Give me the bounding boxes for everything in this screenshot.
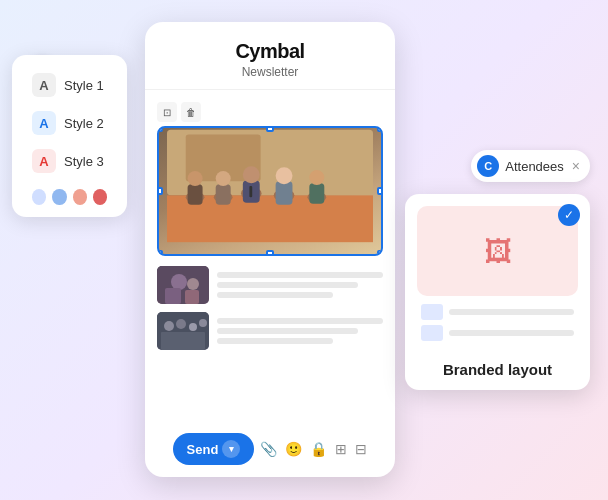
bottom-icons: 📎 🙂 🔒 ⊞ ⊟ bbox=[260, 441, 367, 457]
sel-handle-lm[interactable] bbox=[157, 187, 163, 195]
svg-point-14 bbox=[276, 167, 293, 184]
send-label: Send bbox=[187, 442, 219, 457]
svg-rect-7 bbox=[216, 184, 231, 205]
email-panel: Cymbal Newsletter ⊡ 🗑 bbox=[145, 22, 395, 477]
color-swatch-2[interactable] bbox=[52, 189, 66, 205]
email-brand: Cymbal bbox=[161, 40, 379, 63]
color-swatches bbox=[24, 181, 115, 205]
svg-rect-21 bbox=[165, 288, 181, 304]
chip-label: Attendees bbox=[505, 159, 564, 174]
text-line-6 bbox=[217, 338, 333, 344]
right-panel: C Attendees × 🖼 Branded layout ✓ bbox=[405, 150, 590, 390]
sel-handle-rm[interactable] bbox=[377, 187, 383, 195]
sel-handle-tr[interactable] bbox=[377, 126, 383, 132]
svg-point-28 bbox=[189, 323, 197, 331]
main-image-container bbox=[157, 126, 383, 256]
svg-point-20 bbox=[171, 274, 187, 290]
brand-preview: 🖼 bbox=[417, 206, 578, 296]
style-name-1: Style 1 bbox=[64, 78, 104, 93]
sel-handle-tl[interactable] bbox=[157, 126, 163, 132]
thumbnail-1[interactable] bbox=[157, 266, 209, 304]
attendees-chip[interactable]: C Attendees × bbox=[471, 150, 590, 182]
sel-handle-bl[interactable] bbox=[157, 250, 163, 256]
main-image[interactable] bbox=[157, 126, 383, 256]
text-line-1 bbox=[217, 272, 383, 278]
brand-text-2 bbox=[449, 330, 574, 336]
image-tool-1[interactable]: ⊡ bbox=[157, 102, 177, 122]
email-body: ⊡ 🗑 bbox=[145, 90, 395, 370]
branded-layout-card[interactable]: 🖼 Branded layout ✓ bbox=[405, 194, 590, 390]
style-letter-3: A bbox=[32, 149, 56, 173]
emoji-icon[interactable]: 🙂 bbox=[285, 441, 302, 457]
sel-handle-bm[interactable] bbox=[266, 250, 274, 256]
svg-rect-4 bbox=[188, 184, 203, 205]
svg-rect-16 bbox=[309, 183, 324, 204]
grid-icon[interactable]: ⊞ bbox=[335, 441, 347, 457]
brand-lines bbox=[417, 304, 578, 341]
thumb-img-2 bbox=[157, 312, 209, 350]
style-item-2[interactable]: A Style 2 bbox=[24, 105, 115, 141]
thumb-lines-2 bbox=[217, 318, 383, 344]
svg-point-11 bbox=[243, 166, 260, 183]
bottom-toolbar: Send ▾ 📎 🙂 🔒 ⊞ ⊟ bbox=[145, 433, 395, 465]
send-button[interactable]: Send ▾ bbox=[173, 433, 255, 465]
sel-handle-tm[interactable] bbox=[266, 126, 274, 132]
thumbnail-2[interactable] bbox=[157, 312, 209, 350]
svg-point-29 bbox=[199, 319, 207, 327]
svg-rect-25 bbox=[161, 332, 205, 350]
image-toolbar: ⊡ 🗑 bbox=[157, 102, 383, 122]
text-line-5 bbox=[217, 328, 358, 334]
color-swatch-1[interactable] bbox=[32, 189, 46, 205]
brand-text-1 bbox=[449, 309, 574, 315]
chip-avatar-letter: C bbox=[484, 160, 492, 172]
thumb-row-1 bbox=[157, 266, 383, 304]
svg-point-5 bbox=[188, 171, 203, 186]
layout-icon[interactable]: ⊟ bbox=[355, 441, 367, 457]
style-letter-2: A bbox=[32, 111, 56, 135]
svg-rect-13 bbox=[276, 181, 293, 204]
style-panel: A Style 1 A Style 2 A Style 3 bbox=[12, 55, 127, 217]
svg-rect-18 bbox=[249, 186, 252, 197]
text-line-4 bbox=[217, 318, 383, 324]
brand-thumb-2 bbox=[421, 325, 443, 341]
lock-icon[interactable]: 🔒 bbox=[310, 441, 327, 457]
style-name-2: Style 2 bbox=[64, 116, 104, 131]
color-swatch-4[interactable] bbox=[93, 189, 107, 205]
svg-point-8 bbox=[216, 171, 231, 186]
text-line-3 bbox=[217, 292, 333, 298]
thumb-img-1 bbox=[157, 266, 209, 304]
svg-point-17 bbox=[309, 170, 324, 185]
chip-avatar: C bbox=[477, 155, 499, 177]
brand-line-row-1 bbox=[421, 304, 574, 320]
thumb-lines-1 bbox=[217, 272, 383, 298]
thumb-row-2 bbox=[157, 312, 383, 350]
style-item-3[interactable]: A Style 3 bbox=[24, 143, 115, 179]
sel-handle-br[interactable] bbox=[377, 250, 383, 256]
image-tool-2[interactable]: 🗑 bbox=[181, 102, 201, 122]
svg-point-27 bbox=[176, 319, 186, 329]
checkmark-badge: ✓ bbox=[558, 204, 580, 226]
text-line-2 bbox=[217, 282, 358, 288]
send-chevron-icon[interactable]: ▾ bbox=[222, 440, 240, 458]
chip-close-icon[interactable]: × bbox=[572, 158, 580, 174]
color-swatch-3[interactable] bbox=[73, 189, 87, 205]
brand-thumb-1 bbox=[421, 304, 443, 320]
email-subtitle: Newsletter bbox=[161, 65, 379, 79]
style-letter-1: A bbox=[32, 73, 56, 97]
svg-point-22 bbox=[187, 278, 199, 290]
attachment-icon[interactable]: 📎 bbox=[260, 441, 277, 457]
email-header: Cymbal Newsletter bbox=[145, 22, 395, 90]
people-illustration bbox=[167, 126, 373, 246]
people-scene bbox=[159, 128, 381, 254]
svg-point-26 bbox=[164, 321, 174, 331]
style-item-1[interactable]: A Style 1 bbox=[24, 67, 115, 103]
branded-layout-label: Branded layout bbox=[405, 353, 590, 390]
brand-image-icon: 🖼 bbox=[484, 235, 512, 268]
brand-line-row-2 bbox=[421, 325, 574, 341]
style-name-3: Style 3 bbox=[64, 154, 104, 169]
svg-rect-23 bbox=[185, 290, 199, 304]
